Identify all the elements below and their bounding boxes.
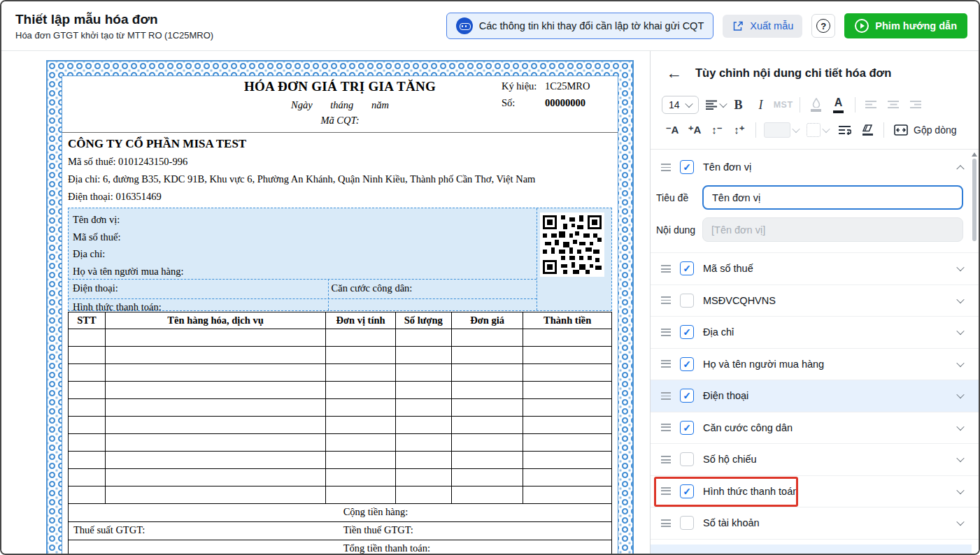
table-cell: [395, 486, 451, 504]
checkbox[interactable]: [680, 421, 694, 435]
chevron-down-icon[interactable]: [956, 327, 964, 335]
list-item[interactable]: Mã số thuế: [651, 252, 979, 284]
invoice-macqt: Mã CQT:: [68, 115, 612, 127]
chevron-down-icon[interactable]: [956, 391, 964, 398]
chevron-down-icon[interactable]: [956, 359, 964, 367]
wrap-text-button[interactable]: [835, 120, 855, 140]
table-row: [69, 486, 612, 504]
title-input[interactable]: [702, 185, 963, 210]
line-height-decrease-button[interactable]: ↕⁻: [706, 120, 727, 140]
tutorial-video-button[interactable]: Phim hướng dẫn: [844, 13, 967, 38]
tax-rate-label: Thuế suất GTGT:: [73, 524, 145, 536]
list-item[interactable]: Số hộ chiếu: [651, 443, 979, 475]
drag-handle[interactable]: [661, 329, 671, 336]
font-size-increase-button[interactable]: ⁺A: [684, 120, 705, 140]
drag-handle[interactable]: [661, 360, 671, 368]
table-cell: [326, 364, 395, 382]
table-cell: [523, 347, 612, 364]
highlight-color-button[interactable]: [806, 94, 827, 115]
list-item[interactable]: Số tài khoản: [651, 507, 979, 539]
chevron-up-icon[interactable]: [956, 165, 964, 173]
fill-color-select[interactable]: [762, 120, 801, 140]
align-center-button[interactable]: [883, 94, 904, 115]
table-cell: [395, 347, 451, 364]
chevron-down-icon[interactable]: [956, 423, 964, 431]
checkbox[interactable]: [680, 357, 694, 371]
list-item[interactable]: Căn cước công dân: [651, 412, 979, 444]
drag-handle[interactable]: [661, 424, 671, 431]
table-cell: [395, 382, 451, 399]
checkbox[interactable]: [680, 325, 694, 339]
export-template-button[interactable]: Xuất mẫu: [723, 15, 802, 38]
chevron-down-icon[interactable]: [956, 296, 964, 303]
help-button[interactable]: ?: [811, 14, 835, 38]
italic-button[interactable]: I: [751, 94, 772, 115]
chevron-down-icon[interactable]: [956, 486, 964, 494]
drag-handle[interactable]: [661, 296, 671, 304]
list-item-expanded[interactable]: Tên đơn vị: [651, 150, 979, 182]
checkbox[interactable]: [680, 452, 694, 466]
table-cell: [451, 364, 523, 382]
table-cell: [451, 347, 523, 364]
font-size-decrease-button[interactable]: ⁻A: [662, 120, 683, 140]
number-label: Số:: [502, 97, 545, 109]
font-size-select[interactable]: 14: [662, 96, 699, 114]
table-cell: [451, 469, 523, 486]
scrollbar-thumb[interactable]: [972, 159, 977, 241]
table-row: [69, 329, 612, 347]
checkbox[interactable]: [680, 516, 694, 530]
buyer-field: Mã số thuế:: [73, 229, 183, 246]
table-cell: [523, 469, 612, 486]
chevron-down-icon[interactable]: [956, 264, 964, 271]
checkbox[interactable]: [680, 389, 694, 403]
back-arrow-icon[interactable]: ←: [666, 65, 682, 81]
align-menu-button[interactable]: [706, 94, 727, 115]
table-cell: [105, 347, 325, 364]
page-title: Thiết lập mẫu hóa đơn: [15, 12, 213, 27]
panel-scrollbar[interactable]: [972, 151, 977, 554]
align-left-button[interactable]: [861, 94, 882, 115]
list-item[interactable]: MSĐVCQHVNS: [651, 284, 979, 317]
chevron-down-icon[interactable]: [956, 518, 964, 526]
drag-handle[interactable]: [661, 265, 671, 273]
checkbox[interactable]: [680, 261, 694, 275]
list-item[interactable]: Họ và tên người mua hàng: [651, 348, 979, 380]
drag-handle[interactable]: [661, 456, 671, 463]
checkbox[interactable]: [680, 160, 694, 174]
mst-button[interactable]: MST: [773, 94, 794, 115]
table-cell: [69, 417, 106, 434]
seller-phone: Điện thoại: 016351469: [68, 188, 612, 206]
checkbox[interactable]: [680, 484, 694, 498]
item-label: Tên đơn vị: [703, 161, 751, 173]
seller-tax: Mã số thuế: 0101243150-996: [68, 153, 612, 171]
cqt-info-button[interactable]: Các thông tin khi thay đổi cần lập tờ kh…: [446, 13, 713, 39]
merge-rows-button[interactable]: Gộp dòng: [890, 124, 961, 136]
border-style-select[interactable]: [802, 120, 833, 140]
align-right-button[interactable]: [906, 94, 927, 115]
table-cell: [69, 469, 106, 486]
merge-rows-icon: [894, 124, 908, 136]
eraser-icon: [862, 124, 873, 132]
partial-row-highlight: [651, 545, 972, 554]
drag-handle[interactable]: [661, 392, 671, 400]
table-cell: [105, 469, 325, 486]
list-item[interactable]: Điện thoại: [651, 380, 979, 412]
scroll-up-arrow[interactable]: [972, 152, 977, 157]
drag-handle[interactable]: [661, 487, 671, 495]
chevron-down-icon[interactable]: [956, 454, 964, 462]
buyer-info-box[interactable]: Tên đơn vị: Mã số thuế: Địa chỉ: Họ và t…: [68, 208, 612, 311]
clear-format-button[interactable]: [857, 120, 878, 140]
invoice-template[interactable]: HÓA ĐƠN GIÁ TRỊ GIA TĂNG Ngày tháng năm …: [46, 60, 634, 554]
play-icon: [855, 19, 869, 33]
bold-button[interactable]: B: [728, 94, 749, 115]
drag-handle[interactable]: [661, 164, 671, 171]
item-label: Hình thức thanh toán: [703, 486, 798, 497]
export-label: Xuất mẫu: [750, 20, 793, 31]
list-item[interactable]: Địa chỉ: [651, 316, 979, 348]
line-height-increase-button[interactable]: ↕⁺: [729, 120, 750, 140]
list-item[interactable]: Hình thức thanh toán: [651, 475, 979, 507]
checkbox[interactable]: [680, 294, 694, 308]
table-cell: [105, 364, 325, 382]
drag-handle[interactable]: [661, 519, 671, 527]
text-color-button[interactable]: A: [828, 94, 849, 115]
